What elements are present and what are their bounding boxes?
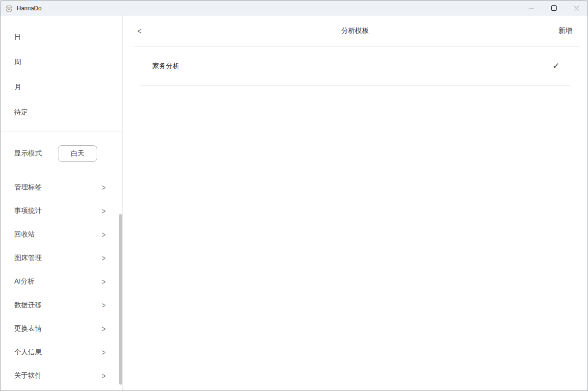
sidebar-item-pending[interactable]: 待定 [0, 100, 122, 125]
sidebar-item-week[interactable]: 周 [0, 50, 122, 75]
chevron-right-icon: > [102, 230, 106, 239]
template-name: 家务分析 [152, 62, 553, 71]
chevron-right-icon: > [102, 324, 106, 334]
settings-label: 数据迁移 [14, 301, 102, 310]
settings-label: 个人信息 [14, 348, 102, 357]
app-title: HannaDo [17, 5, 42, 12]
settings-label: 事项统计 [14, 207, 102, 215]
puppy-icon [5, 4, 13, 12]
sidebar-item-month[interactable]: 月 [0, 75, 122, 100]
title-bar: HannaDo [0, 0, 588, 16]
sidebar-item-item-statistics[interactable]: 事项统计 > [0, 199, 122, 223]
add-button[interactable]: 新增 [559, 16, 572, 46]
sidebar-item-ai-analysis[interactable]: AI分析 > [0, 270, 122, 293]
sidebar-item-day[interactable]: 日 [0, 25, 122, 50]
maximize-icon[interactable] [542, 0, 565, 16]
chevron-right-icon: > [102, 207, 106, 216]
settings-label: AI分析 [14, 277, 102, 286]
settings-label: 更换表情 [14, 324, 102, 333]
sidebar-item-label: 日 [14, 33, 21, 42]
display-mode-label: 显示模式 [14, 149, 42, 158]
chevron-right-icon: > [102, 183, 106, 192]
main-header: < 分析模板 新增 [123, 16, 588, 46]
sidebar-view-list: 日 周 月 待定 [0, 16, 122, 125]
display-mode-button[interactable]: 白天 [58, 145, 97, 162]
template-row-housework[interactable]: 家务分析 ✓ [123, 47, 588, 85]
sidebar-item-label: 月 [14, 83, 21, 92]
display-mode-row: 显示模式 白天 [0, 131, 122, 176]
sidebar-item-personal-info[interactable]: 个人信息 > [0, 340, 122, 364]
sidebar: 日 周 月 待定 显示模式 白天 管理标签 > [0, 16, 123, 391]
check-icon: ✓ [553, 61, 560, 71]
main-panel: < 分析模板 新增 家务分析 ✓ [123, 16, 588, 391]
sidebar-item-about[interactable]: 关于软件 > [0, 364, 122, 388]
settings-label: 关于软件 [14, 371, 102, 380]
chevron-right-icon: > [102, 371, 106, 381]
chevron-right-icon: > [102, 254, 106, 263]
template-list: 家务分析 ✓ [123, 47, 588, 86]
chevron-right-icon: > [102, 277, 106, 287]
back-chevron-icon[interactable]: < [137, 13, 141, 49]
sidebar-item-label: 周 [14, 58, 21, 67]
sidebar-scrollbar-thumb[interactable] [119, 214, 122, 385]
app-body: 日 周 月 待定 显示模式 白天 管理标签 > [0, 16, 588, 391]
sidebar-item-label: 待定 [14, 108, 28, 117]
page-title: 分析模板 [342, 26, 369, 35]
sidebar-item-image-hosting[interactable]: 图床管理 > [0, 246, 122, 270]
minimize-icon[interactable] [520, 0, 542, 16]
row-divider [140, 85, 570, 86]
close-icon[interactable] [565, 0, 588, 16]
sidebar-item-manage-tags[interactable]: 管理标签 > [0, 176, 122, 199]
sidebar-item-change-emoji[interactable]: 更换表情 > [0, 317, 122, 340]
settings-label: 管理标签 [14, 183, 102, 192]
chevron-right-icon: > [102, 348, 106, 357]
chevron-right-icon: > [102, 301, 106, 310]
settings-label: 回收站 [14, 230, 102, 239]
settings-label: 图床管理 [14, 254, 102, 262]
sidebar-item-recycle-bin[interactable]: 回收站 > [0, 223, 122, 246]
sidebar-settings-list: 管理标签 > 事项统计 > 回收站 > 图床管理 > AI分析 > [0, 176, 122, 388]
sidebar-item-data-migration[interactable]: 数据迁移 > [0, 293, 122, 317]
app-window: HannaDo 日 周 月 [0, 0, 588, 391]
